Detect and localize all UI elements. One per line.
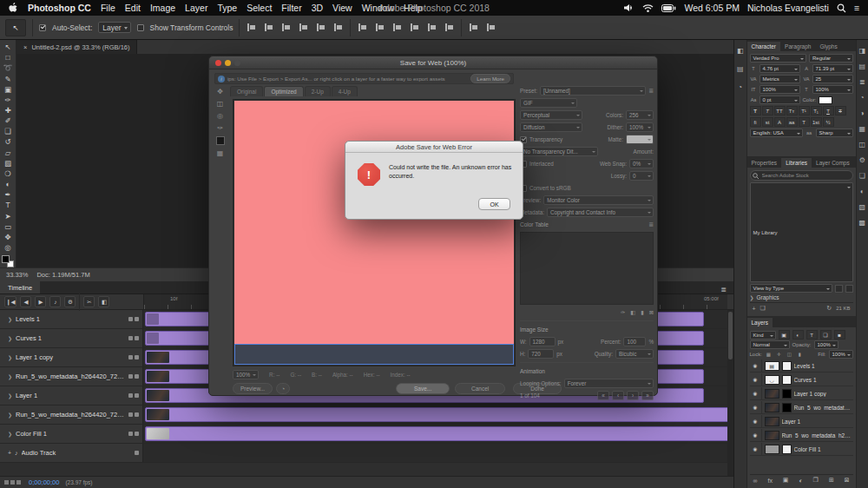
tab-original[interactable]: Original: [230, 86, 263, 96]
contextual-alternates-button[interactable]: st: [762, 117, 773, 127]
menu-view[interactable]: View: [332, 3, 352, 13]
layer-row[interactable]: ◉ Color Fill 1: [750, 443, 853, 456]
leading-field[interactable]: 71.39 pt: [812, 64, 853, 73]
layer-row[interactable]: ◉ Run_5_wo_metadata_h264420_720p_UHQ: [750, 401, 853, 414]
collapsed-panel-icon[interactable]: ≣: [859, 78, 865, 86]
tab-glyphs[interactable]: Glyphs: [815, 42, 841, 51]
dialog-titlebar[interactable]: Save for Web (100%): [209, 56, 657, 69]
chevron-right-icon[interactable]: ❯: [8, 316, 12, 322]
menu-image[interactable]: Image: [150, 3, 175, 13]
track-toggle-icons[interactable]: [128, 432, 139, 436]
play-button[interactable]: ▶: [35, 296, 46, 307]
clone-stamp-tool-icon[interactable]: ❏: [1, 126, 16, 136]
tab-layers[interactable]: Layers: [747, 318, 773, 327]
layer-name[interactable]: Curves 1: [794, 377, 853, 383]
sync-icon[interactable]: ↻: [826, 305, 832, 312]
auto-select-dropdown[interactable]: Layer: [98, 22, 130, 33]
filter-pixel-icon[interactable]: ▣: [779, 330, 790, 340]
chevron-right-icon[interactable]: ❯: [8, 373, 12, 379]
collapsed-panel-icon[interactable]: ❏: [859, 172, 865, 180]
toggle-slices-icon[interactable]: ▦: [217, 149, 224, 157]
new-group-icon[interactable]: ❐: [813, 477, 819, 484]
filter-smart-object-icon[interactable]: ■: [834, 330, 845, 340]
chevron-right-icon[interactable]: ❯: [8, 354, 12, 360]
canvas-preview[interactable]: [234, 101, 514, 344]
layer-name[interactable]: Run_5_wo_metadata_h264420_720p_UHQ: [782, 432, 853, 439]
visibility-eye-icon[interactable]: ◉: [750, 359, 762, 372]
lock-all-icon[interactable]: ▮: [796, 352, 804, 357]
track-header[interactable]: ❯ Run_5_wo_metadata_h264420_720p_UHQ: [0, 367, 143, 386]
type-tool-icon[interactable]: T: [1, 200, 16, 210]
faux-italic-button[interactable]: T: [762, 106, 773, 115]
eyedropper-tool-icon[interactable]: ✑: [1, 95, 16, 105]
distribute-center-icon[interactable]: [426, 22, 437, 33]
library-search-input[interactable]: [750, 170, 853, 181]
layer-thumbnail[interactable]: [765, 389, 779, 399]
tab-2up[interactable]: 2-Up: [305, 86, 331, 96]
eyedropper-color-swatch[interactable]: [216, 136, 225, 145]
menu-3d[interactable]: 3D: [312, 3, 323, 13]
lock-position-icon[interactable]: ✛: [775, 352, 783, 357]
color-swatches[interactable]: [2, 255, 14, 267]
slice-outline[interactable]: [234, 344, 514, 365]
collapsed-panel-icon[interactable]: ◔: [860, 94, 865, 102]
track-header[interactable]: ❯ Curves 1: [0, 329, 143, 347]
chevron-right-icon[interactable]: ❯: [8, 392, 12, 399]
font-size-field[interactable]: 4.76 pt: [760, 64, 800, 73]
eyedropper-add-icon[interactable]: ✑: [621, 309, 625, 315]
colors-select[interactable]: 256: [626, 110, 654, 120]
fractions-button[interactable]: ½: [823, 117, 834, 127]
faux-bold-button[interactable]: T: [750, 106, 761, 115]
distribute-middle-icon[interactable]: [374, 22, 385, 33]
layer-mask-thumbnail[interactable]: [782, 403, 792, 412]
layer-thumbnail[interactable]: [765, 431, 779, 440]
visibility-eye-icon[interactable]: ◉: [750, 443, 762, 455]
baseline-shift-field[interactable]: 0 pt: [760, 96, 800, 104]
ligatures-button[interactable]: fi: [750, 117, 761, 127]
tab-libraries[interactable]: Libraries: [781, 158, 812, 168]
visibility-eye-icon[interactable]: ◉: [750, 429, 762, 441]
show-transform-checkbox[interactable]: [137, 24, 144, 31]
visibility-eye-icon[interactable]: ◉: [750, 373, 762, 386]
subscript-button[interactable]: T₁: [811, 106, 822, 115]
notification-center-icon[interactable]: ≡: [854, 3, 859, 13]
add-asset-icon[interactable]: +: [753, 306, 756, 312]
tab-4up[interactable]: 4-Up: [332, 86, 358, 96]
width-field[interactable]: 1280: [529, 337, 556, 346]
dodge-tool-icon[interactable]: ◐: [1, 179, 16, 189]
layer-thumbnail[interactable]: [765, 403, 779, 412]
menu-app-name[interactable]: Photoshop CC: [28, 3, 91, 13]
save-button[interactable]: Save...: [396, 383, 450, 394]
track-toggle-icons[interactable]: [128, 374, 139, 379]
language-select[interactable]: English: USA: [750, 129, 803, 137]
zoom-level[interactable]: 33.33%: [6, 271, 28, 279]
collapsed-panel-icon[interactable]: ▤: [858, 63, 865, 70]
tab-layer-comps[interactable]: Layer Comps: [812, 158, 854, 168]
menu-edit[interactable]: Edit: [125, 3, 141, 13]
layer-filter-select[interactable]: Kind: [750, 331, 776, 340]
library-group-label[interactable]: Graphics: [757, 294, 779, 300]
adjustment-thumbnail[interactable]: ◡: [765, 375, 779, 385]
lasso-tool-icon[interactable]: ➰: [1, 63, 16, 73]
font-family-select[interactable]: Verdad Pro: [750, 54, 807, 63]
collapsed-panel-icon[interactable]: ▧: [858, 203, 865, 211]
delete-layer-icon[interactable]: ⊠: [845, 477, 850, 484]
close-window-icon[interactable]: [215, 60, 221, 66]
first-frame-button[interactable]: ❙◀: [4, 296, 16, 307]
panel-menu-icon[interactable]: ≣: [720, 286, 727, 293]
shape-tool-icon[interactable]: ▭: [1, 221, 16, 232]
tab-close-icon[interactable]: ×: [23, 43, 27, 51]
next-frame-button[interactable]: ›: [627, 391, 639, 400]
preview-in-browser-button[interactable]: Preview...: [233, 383, 273, 394]
strikethrough-button[interactable]: T: [835, 106, 846, 115]
browser-select-icon[interactable]: ◔: [276, 383, 290, 394]
foreground-color-swatch[interactable]: [2, 255, 10, 263]
menubar-username[interactable]: Nicholas Evangelisti: [747, 3, 829, 13]
track-header[interactable]: + ♪ Audio Track: [0, 444, 143, 462]
align-center-h-icon[interactable]: [263, 22, 274, 33]
track-toggle-icons[interactable]: [128, 317, 139, 321]
eraser-tool-icon[interactable]: ▱: [1, 148, 16, 158]
filter-shape-icon[interactable]: ❏: [820, 330, 832, 340]
tab-character[interactable]: Character: [747, 42, 781, 51]
timeline-settings-button[interactable]: ⚙: [64, 296, 76, 307]
